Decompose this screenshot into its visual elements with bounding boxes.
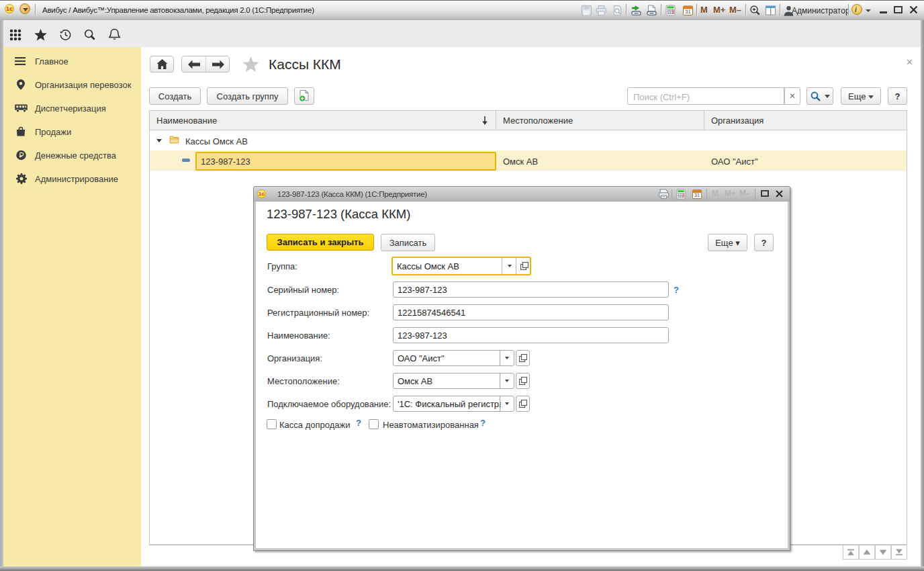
svg-text:31: 31: [694, 193, 700, 197]
svg-text:31: 31: [685, 9, 690, 15]
